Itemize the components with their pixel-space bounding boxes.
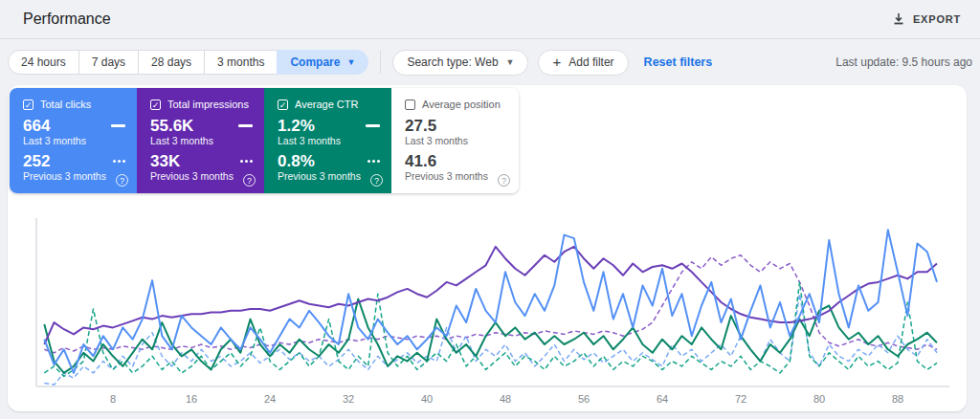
x-tick-label: 56	[578, 393, 590, 405]
metric-caption-current: Last 3 months	[405, 135, 507, 146]
checkbox-checked-icon[interactable]: ✓	[150, 99, 161, 110]
solid-line-legend-icon	[366, 124, 380, 127]
metric-value-current: 664	[23, 117, 50, 135]
x-tick-label: 40	[421, 393, 433, 405]
x-tick-label: 32	[343, 393, 354, 405]
metric-caption-current: Last 3 months	[278, 135, 380, 146]
metric-caption-previous: Previous 3 months	[278, 170, 380, 182]
metric-value-current: 1.2%	[278, 117, 315, 135]
x-tick-label: 8	[110, 393, 116, 405]
export-label: EXPORT	[913, 13, 961, 25]
compare-label: Compare	[290, 55, 340, 69]
metric-value-previous: 41.6	[405, 152, 436, 170]
chart-series-layer	[44, 230, 937, 385]
plus-icon: +	[552, 56, 561, 68]
x-tick-label: 48	[500, 393, 511, 405]
x-tick-label: 72	[735, 393, 746, 405]
help-icon[interactable]: ?	[243, 174, 256, 187]
metric-value-current: 27.5	[405, 117, 436, 135]
metric-card-label: Average CTR	[295, 99, 358, 110]
chevron-down-icon: ▼	[506, 57, 515, 67]
x-tick-label: 16	[186, 393, 197, 405]
metric-card-label: Total impressions	[167, 99, 249, 110]
add-filter-button[interactable]: + Add filter	[538, 50, 628, 76]
header-bar: Performance EXPORT	[0, 0, 980, 39]
metric-value-current: 55.6K	[150, 117, 193, 135]
search-type-dropdown[interactable]: Search type: Web ▼	[392, 50, 528, 76]
date-range-28-days[interactable]: 28 days	[138, 50, 205, 75]
x-tick-label: 88	[892, 393, 903, 405]
metric-card-average-ctr[interactable]: ✓ Average CTR 1.2% Last 3 months 0.8% Pr…	[264, 88, 391, 193]
help-icon[interactable]: ?	[370, 174, 383, 187]
metric-cards-row: ✓ Total clicks 664 Last 3 months 252 Pre…	[10, 88, 519, 193]
export-button[interactable]: EXPORT	[884, 7, 969, 32]
date-range-24-hours[interactable]: 24 hours	[8, 50, 79, 75]
download-icon	[892, 12, 905, 26]
page-title: Performance	[23, 11, 111, 28]
metric-card-total-impressions[interactable]: ✓ Total impressions 55.6K Last 3 months …	[137, 88, 264, 193]
x-tick-label: 64	[657, 393, 668, 405]
date-range-segmented-control: 24 hours 7 days 28 days 3 months Compare…	[8, 50, 368, 75]
metric-value-previous: 252	[23, 152, 50, 170]
x-tick-label: 80	[813, 393, 825, 405]
chevron-down-icon: ▼	[346, 57, 355, 67]
performance-chart[interactable]: 816243240485664728088	[8, 200, 967, 411]
metric-card-label: Total clicks	[40, 99, 91, 110]
metric-card-label: Average position	[422, 99, 501, 110]
metric-value-previous: 0.8%	[278, 152, 315, 170]
checkbox-checked-icon[interactable]: ✓	[278, 99, 288, 110]
metric-value-previous: 33K	[150, 152, 180, 170]
date-range-7-days[interactable]: 7 days	[78, 50, 139, 75]
dashed-line-legend-icon	[113, 160, 125, 163]
date-range-3-months[interactable]: 3 months	[204, 50, 278, 75]
dashed-line-legend-icon	[368, 160, 380, 163]
metric-caption-previous: Previous 3 months	[405, 170, 507, 182]
help-icon[interactable]: ?	[498, 174, 510, 187]
compare-button[interactable]: Compare ▼	[277, 50, 368, 75]
solid-line-legend-icon	[238, 124, 253, 127]
x-tick-label: 24	[264, 393, 276, 405]
metric-caption-previous: Previous 3 months	[150, 170, 253, 182]
metric-caption-current: Last 3 months	[23, 135, 125, 146]
filter-toolbar: 24 hours 7 days 28 days 3 months Compare…	[0, 39, 980, 85]
toolbar-divider	[380, 51, 381, 74]
metric-card-total-clicks[interactable]: ✓ Total clicks 664 Last 3 months 252 Pre…	[10, 88, 137, 193]
checkbox-unchecked-icon[interactable]	[405, 99, 415, 110]
dashed-line-legend-icon	[240, 160, 253, 163]
x-axis-tick-labels: 816243240485664728088	[110, 393, 903, 405]
last-update-text: Last update: 9.5 hours ago	[835, 55, 972, 69]
metric-caption-previous: Previous 3 months	[23, 170, 125, 182]
search-type-label: Search type: Web	[407, 55, 498, 70]
metric-card-average-position[interactable]: Average position 27.5 Last 3 months 41.6…	[391, 88, 519, 193]
metric-caption-current: Last 3 months	[150, 135, 253, 146]
solid-line-legend-icon	[111, 124, 125, 127]
performance-panel: ✓ Total clicks 664 Last 3 months 252 Pre…	[8, 85, 967, 411]
chart-canvas: 816243240485664728088	[8, 200, 967, 411]
help-icon[interactable]: ?	[116, 174, 128, 187]
reset-filters-link[interactable]: Reset filters	[644, 55, 713, 69]
add-filter-label: Add filter	[568, 55, 613, 70]
checkbox-checked-icon[interactable]: ✓	[23, 99, 33, 110]
